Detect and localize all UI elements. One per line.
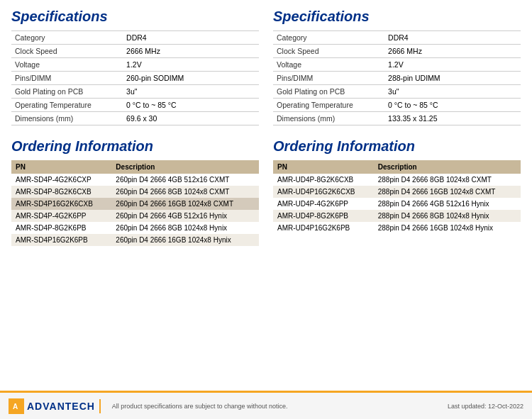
- footer-left: A ADVANTECH All product specifications a…: [9, 398, 288, 414]
- spec-value: DDR4: [384, 31, 521, 45]
- left-specs-title: Specifications: [11, 9, 259, 25]
- left-spec-table: CategoryDDR4Clock Speed2666 MHzVoltage1.…: [11, 30, 259, 125]
- table-row: Operating Temperature0 °C to ~ 85 °C: [273, 99, 521, 112]
- column-header: Description: [374, 160, 521, 174]
- spec-value: 3u": [384, 85, 521, 99]
- column-header: PN: [11, 160, 111, 174]
- desc-cell: 260pin D4 2666 16GB 1024x8 Hynix: [111, 234, 259, 246]
- pn-cell: AMR-SD4P16G2K6CXB: [11, 198, 111, 210]
- right-specs-title: Specifications: [273, 9, 521, 25]
- table-row: Operating Temperature0 °C to ~ 85 °C: [11, 99, 259, 112]
- desc-cell: 288pin D4 2666 16GB 1024x8 Hynix: [374, 222, 521, 234]
- spec-label: Dimensions (mm): [273, 112, 384, 125]
- pn-cell: AMR-UD4P-8G2K6PB: [273, 210, 374, 222]
- spec-label: Gold Plating on PCB: [11, 85, 123, 99]
- footer-logo-text: ADVANTECH: [27, 401, 95, 412]
- desc-cell: 288pin D4 2666 8GB 1024x8 Hynix: [374, 210, 521, 222]
- table-row: Pins/DIMM260-pin SODIMM: [11, 72, 259, 85]
- pn-cell: AMR-UD4P16G2K6PB: [273, 222, 374, 234]
- table-row: Clock Speed2666 MHz: [11, 45, 259, 58]
- spec-label: Gold Plating on PCB: [273, 85, 384, 99]
- spec-label: Voltage: [11, 58, 123, 72]
- desc-cell: 260pin D4 2666 4GB 512x16 Hynix: [111, 210, 259, 222]
- table-row: Gold Plating on PCB3u": [273, 85, 521, 99]
- table-row: Gold Plating on PCB3u": [11, 85, 259, 99]
- desc-cell: 260pin D4 2666 16GB 1024x8 CXMT: [111, 198, 259, 210]
- spec-value: 288-pin UDIMM: [384, 72, 521, 85]
- desc-cell: 260pin D4 2666 8GB 1024x8 Hynix: [111, 222, 259, 234]
- pn-cell: AMR-SD4P-4G2K6CXP: [11, 174, 111, 186]
- pn-cell: AMR-SD4P-4G2K6PP: [11, 210, 111, 222]
- pn-cell: AMR-SD4P16G2K6PB: [11, 234, 111, 246]
- footer: A ADVANTECH All product specifications a…: [0, 391, 532, 419]
- desc-cell: 260pin D4 2666 4GB 512x16 CXMT: [111, 174, 259, 186]
- pn-cell: AMR-UD4P16G2K6CXB: [273, 186, 374, 198]
- spec-label: Pins/DIMM: [273, 72, 384, 85]
- table-row: CategoryDDR4: [273, 31, 521, 45]
- table-row: Voltage1.2V: [11, 58, 259, 72]
- spec-value: 1.2V: [123, 58, 259, 72]
- right-order-table: PNDescription AMR-UD4P-8G2K6CXB288pin D4…: [273, 160, 521, 234]
- list-item: AMR-UD4P-4G2K6PP288pin D4 2666 4GB 512x1…: [273, 198, 521, 210]
- spec-value: 0 °C to ~ 85 °C: [384, 99, 521, 112]
- spec-label: Pins/DIMM: [11, 72, 123, 85]
- right-ordering-title: Ordering Information: [273, 138, 521, 155]
- spec-value: 69.6 x 30: [123, 112, 259, 125]
- spec-value: 2666 MHz: [123, 45, 259, 58]
- list-item: AMR-UD4P16G2K6PB288pin D4 2666 16GB 1024…: [273, 222, 521, 234]
- spec-value: 133.35 x 31.25: [384, 112, 521, 125]
- spec-label: Category: [273, 31, 384, 45]
- spec-value: 3u": [123, 85, 259, 99]
- footer-logo: A ADVANTECH: [9, 398, 95, 414]
- spec-value: 0 °C to ~ 85 °C: [123, 99, 259, 112]
- list-item: AMR-SD4P16G2K6PB260pin D4 2666 16GB 1024…: [11, 234, 259, 246]
- list-item: AMR-SD4P-4G2K6PP260pin D4 2666 4GB 512x1…: [11, 210, 259, 222]
- footer-left-note: All product specifications are subject t…: [112, 403, 288, 410]
- desc-cell: 260pin D4 2666 8GB 1024x8 CXMT: [111, 186, 259, 198]
- spec-value: DDR4: [123, 31, 259, 45]
- footer-divider: [99, 399, 101, 413]
- spec-label: Clock Speed: [11, 45, 123, 58]
- list-item: AMR-SD4P16G2K6CXB260pin D4 2666 16GB 102…: [11, 198, 259, 210]
- list-item: AMR-UD4P-8G2K6CXB288pin D4 2666 8GB 1024…: [273, 174, 521, 186]
- spec-value: 2666 MHz: [384, 45, 521, 58]
- table-row: Pins/DIMM288-pin UDIMM: [273, 72, 521, 85]
- spec-label: Voltage: [273, 58, 384, 72]
- spec-value: 1.2V: [384, 58, 521, 72]
- pn-cell: AMR-UD4P-4G2K6PP: [273, 198, 374, 210]
- column-header: PN: [273, 160, 374, 174]
- spec-label: Clock Speed: [273, 45, 384, 58]
- right-column: Specifications CategoryDDR4Clock Speed26…: [273, 9, 521, 246]
- main-content: Specifications CategoryDDR4Clock Speed26…: [0, 0, 532, 289]
- spec-label: Dimensions (mm): [11, 112, 123, 125]
- desc-cell: 288pin D4 2666 16GB 1024x8 CXMT: [374, 186, 521, 198]
- table-header-row: PNDescription: [273, 160, 521, 174]
- spec-value: 260-pin SODIMM: [123, 72, 259, 85]
- desc-cell: 288pin D4 2666 4GB 512x16 Hynix: [374, 198, 521, 210]
- table-row: Clock Speed2666 MHz: [273, 45, 521, 58]
- svg-text:A: A: [13, 403, 18, 410]
- list-item: AMR-SD4P-4G2K6CXP260pin D4 2666 4GB 512x…: [11, 174, 259, 186]
- table-header-row: PNDescription: [11, 160, 259, 174]
- column-header: Description: [111, 160, 259, 174]
- left-order-table: PNDescription AMR-SD4P-4G2K6CXP260pin D4…: [11, 160, 259, 246]
- pn-cell: AMR-SD4P-8G2K6PB: [11, 222, 111, 234]
- table-row: Dimensions (mm)133.35 x 31.25: [273, 112, 521, 125]
- spec-label: Operating Temperature: [11, 99, 123, 112]
- footer-right-note: Last updated: 12-Oct-2022: [448, 403, 523, 410]
- table-row: Voltage1.2V: [273, 58, 521, 72]
- table-row: CategoryDDR4: [11, 31, 259, 45]
- right-spec-table: CategoryDDR4Clock Speed2666 MHzVoltage1.…: [273, 30, 521, 125]
- list-item: AMR-SD4P-8G2K6CXB260pin D4 2666 8GB 1024…: [11, 186, 259, 198]
- pn-cell: AMR-UD4P-8G2K6CXB: [273, 174, 374, 186]
- spec-label: Category: [11, 31, 123, 45]
- table-row: Dimensions (mm)69.6 x 30: [11, 112, 259, 125]
- spec-label: Operating Temperature: [273, 99, 384, 112]
- advantech-icon: A: [9, 398, 24, 414]
- left-column: Specifications CategoryDDR4Clock Speed26…: [11, 9, 259, 246]
- pn-cell: AMR-SD4P-8G2K6CXB: [11, 186, 111, 198]
- list-item: AMR-UD4P16G2K6CXB288pin D4 2666 16GB 102…: [273, 186, 521, 198]
- list-item: AMR-UD4P-8G2K6PB288pin D4 2666 8GB 1024x…: [273, 210, 521, 222]
- desc-cell: 288pin D4 2666 8GB 1024x8 CXMT: [374, 174, 521, 186]
- list-item: AMR-SD4P-8G2K6PB260pin D4 2666 8GB 1024x…: [11, 222, 259, 234]
